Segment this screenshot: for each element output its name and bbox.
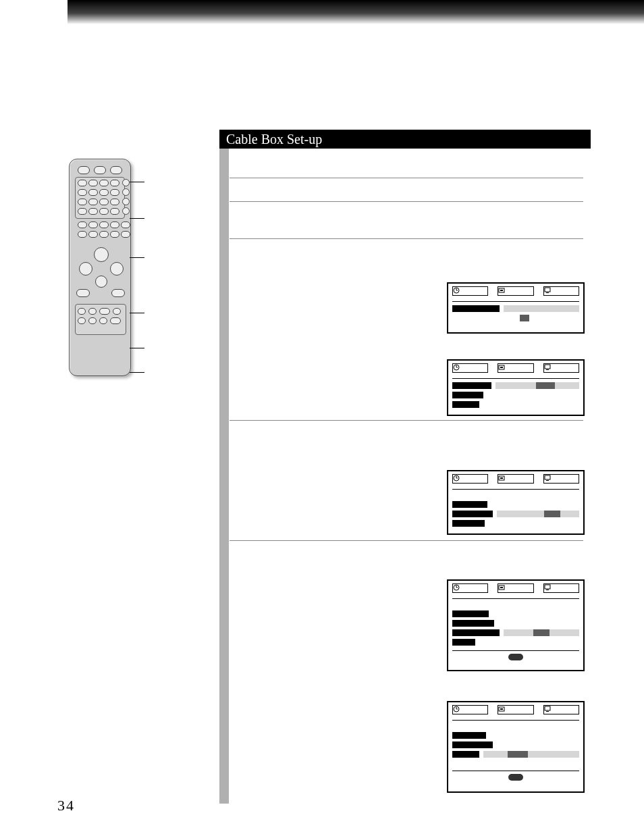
top-gradient-bar <box>68 0 644 24</box>
remote-button <box>110 166 122 174</box>
remote-button <box>99 221 109 228</box>
remote-button <box>99 199 109 205</box>
svg-rect-25 <box>500 587 503 588</box>
svg-rect-26 <box>545 585 550 589</box>
osd-row-selected-value <box>520 315 529 321</box>
osd-row-label <box>452 610 489 617</box>
remote-button <box>121 231 130 238</box>
remote-button <box>78 166 90 174</box>
clock-icon <box>453 364 460 371</box>
remote-button <box>78 199 87 205</box>
clock-icon <box>453 475 460 481</box>
remote-dpad-right <box>110 262 124 276</box>
tv-icon <box>544 364 551 371</box>
remote-button <box>99 180 109 186</box>
remote-side-button <box>122 207 130 215</box>
osd-row-value-area <box>504 305 579 312</box>
remote-button <box>110 231 119 238</box>
osd-screen-4 <box>447 579 585 671</box>
svg-rect-20 <box>546 480 549 481</box>
osd-tab-clock <box>452 705 488 714</box>
svg-rect-11 <box>500 367 503 368</box>
callout-line <box>130 313 144 313</box>
osd-row-selected-value <box>533 629 549 636</box>
callout-line <box>130 257 144 258</box>
osd-tab-tape <box>498 583 533 593</box>
tape-icon <box>498 364 505 371</box>
remote-button <box>110 199 119 205</box>
osd-tab-tv <box>543 705 579 714</box>
clock-icon <box>453 584 460 591</box>
osd-tab-clock <box>452 474 488 484</box>
osd-tabs <box>448 471 583 488</box>
osd-screen-1 <box>447 282 585 334</box>
svg-rect-6 <box>546 292 549 293</box>
osd-footer-button-icon <box>508 774 523 781</box>
tape-icon <box>498 475 505 481</box>
page-number: 34 <box>57 797 75 814</box>
tv-icon <box>544 475 551 481</box>
callout-line <box>130 182 144 182</box>
osd-tab-tv <box>543 474 579 484</box>
section-sidebar-stripe <box>219 149 229 804</box>
remote-side-button <box>122 198 130 205</box>
svg-rect-12 <box>545 365 550 369</box>
osd-tab-tape <box>498 705 533 714</box>
callout-line <box>130 372 144 373</box>
remote-button <box>99 231 109 238</box>
svg-rect-18 <box>500 477 503 479</box>
section-title: Cable Box Set-up <box>219 130 591 149</box>
remote-button <box>78 317 86 324</box>
osd-screen-5 <box>447 701 585 793</box>
divider-line <box>230 540 583 541</box>
svg-rect-4 <box>500 290 503 291</box>
osd-row-label <box>452 392 483 398</box>
osd-screen-2 <box>447 359 585 416</box>
osd-row-label <box>452 401 479 408</box>
osd-footer-button-icon <box>508 654 523 660</box>
tv-icon <box>544 584 551 591</box>
remote-button <box>78 231 87 238</box>
osd-row-selected-value <box>536 382 555 389</box>
remote-button <box>88 208 98 215</box>
clock-icon <box>453 287 460 294</box>
remote-button <box>78 221 87 228</box>
remote-button <box>110 317 121 324</box>
osd-row-value-area <box>497 511 579 517</box>
remote-button <box>88 199 98 205</box>
tape-icon <box>498 287 505 294</box>
osd-row-label <box>452 382 491 389</box>
tape-icon <box>498 584 505 591</box>
osd-row-label <box>452 751 479 758</box>
osd-row-label <box>452 620 494 627</box>
osd-row-selected-value <box>544 511 560 517</box>
svg-rect-13 <box>546 369 549 370</box>
remote-button <box>99 189 109 196</box>
osd-tabs <box>448 702 583 719</box>
osd-row-label <box>452 639 475 646</box>
osd-row-value-area <box>495 382 579 389</box>
remote-button <box>76 289 90 297</box>
callout-line <box>130 348 144 348</box>
osd-tab-tape <box>498 474 533 484</box>
remote-control-figure <box>65 159 146 382</box>
remote-button <box>113 308 121 315</box>
remote-button <box>110 180 119 186</box>
remote-button <box>88 189 98 196</box>
osd-row-label <box>452 305 500 312</box>
remote-dpad-left <box>79 262 92 276</box>
osd-row-label <box>452 732 486 739</box>
remote-button <box>110 208 119 215</box>
divider-line <box>230 420 583 421</box>
svg-rect-32 <box>500 708 503 710</box>
remote-button <box>88 180 98 186</box>
osd-row-selected-value <box>508 751 528 758</box>
osd-tab-tv <box>543 286 579 296</box>
svg-rect-34 <box>546 711 549 712</box>
osd-row-label <box>452 511 493 517</box>
osd-tabs <box>448 361 583 377</box>
svg-rect-27 <box>546 590 549 590</box>
osd-row-label <box>452 501 487 508</box>
remote-button <box>88 221 98 228</box>
osd-tab-clock <box>452 363 488 373</box>
